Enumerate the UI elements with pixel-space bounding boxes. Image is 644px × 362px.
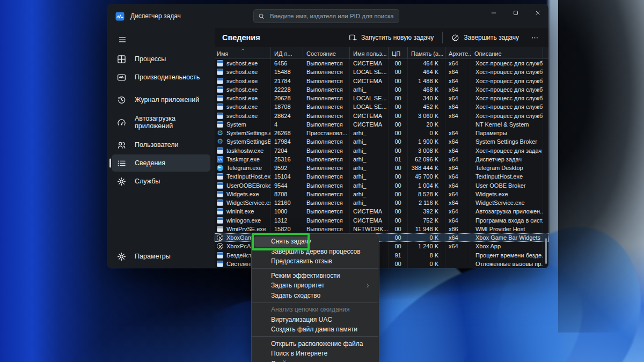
process-row[interactable]: Taskmgr.exe25316Выполняетсяarhi_0162 096…	[215, 155, 548, 164]
process-row[interactable]: TextInputHost.exe15104Выполняетсяarhi_00…	[215, 172, 548, 181]
context-menu-item-provide-feedback[interactable]: Предоставить отзыв	[254, 256, 376, 267]
context-menu-item-search-online[interactable]: Поиск в Интернете	[254, 349, 376, 359]
process-row[interactable]: UserOOBEBroker.exe9544Выполняетсяarhi_00…	[215, 181, 548, 190]
context-menu-item-uac-virtualization[interactable]: Виртуализация UAC	[254, 315, 376, 325]
search-input[interactable]	[269, 12, 394, 20]
process-cell: 0 K	[408, 260, 445, 268]
process-row[interactable]: WidgetService.exe12160Выполняетсяarhi_00…	[215, 198, 548, 207]
sidebar-item-users[interactable]: Пользователи	[112, 136, 210, 153]
process-row[interactable]: winlogon.exe1312ВыполняетсяСИСТЕМА00752 …	[215, 216, 548, 225]
process-row[interactable]: System4ВыполняетсяСИСТЕМА0020 KNT Kernel…	[215, 120, 548, 129]
process-cell: Xbox Game Bar Widgets	[471, 233, 543, 242]
process-cell: Выполняется	[303, 216, 350, 225]
sidebar-item-processes[interactable]: Процессы	[112, 50, 210, 68]
column-header-6[interactable]: Архите...	[445, 47, 471, 58]
process-name-cell: Taskmgr.exe	[215, 155, 271, 164]
process-cell: arhi_	[350, 129, 389, 137]
column-header-1[interactable]: ИД п...	[271, 47, 303, 58]
sidebar-item-label: Параметры	[135, 253, 171, 260]
process-cell: Выполняется	[303, 207, 350, 216]
process-row[interactable]: svchost.exe22228Выполняетсяarhi_00468 Kx…	[215, 85, 548, 94]
end-task-button[interactable]: Завершить задачу	[446, 31, 524, 45]
column-header-0[interactable]: Имя	[215, 47, 271, 58]
process-row[interactable]: WmiPrvSE.exe15820ВыполняетсяNETWORK...00…	[215, 225, 548, 233]
process-row[interactable]: SystemSettings.exe26268Приостановл...arh…	[215, 129, 548, 137]
run-new-task-button[interactable]: Запустить новую задачу	[343, 31, 439, 45]
process-cell: 7204	[271, 146, 303, 155]
process-cell: 00	[389, 129, 408, 137]
process-cell: 00	[389, 164, 408, 172]
context-menu-item-set-priority[interactable]: Задать приоритет	[254, 280, 376, 291]
process-row[interactable]: svchost.exe6456ВыполняетсяСИСТЕМА00464 K…	[215, 59, 548, 68]
process-row[interactable]: SystemSettingsBroke...17984Выполняетсяar…	[215, 137, 548, 146]
process-cell: 00	[389, 172, 408, 181]
search-box[interactable]	[253, 9, 399, 23]
process-cell: 00	[389, 146, 408, 155]
more-options-button[interactable]	[525, 31, 544, 45]
process-name-cell: winlogon.exe	[215, 216, 271, 225]
sidebar-item-label: Производительность	[135, 73, 200, 81]
process-cell: 00	[389, 233, 408, 242]
process-cell: Telegram Desktop	[471, 164, 543, 172]
process-name-cell: svchost.exe	[215, 112, 271, 120]
process-cell: Программа входа в сист...	[471, 216, 543, 225]
process-cell: Приостановл...	[303, 129, 350, 137]
process-name-cell: svchost.exe	[215, 85, 271, 94]
sidebar-item-performance[interactable]: Производительность	[112, 69, 210, 86]
process-cell: x64	[445, 146, 471, 155]
process-cell: 1312	[271, 216, 303, 225]
process-cell: 3 008 K	[408, 146, 445, 155]
process-cell: 00	[389, 77, 408, 85]
process-cell	[445, 260, 471, 268]
column-header-4[interactable]: ЦП	[389, 47, 408, 58]
minimize-button[interactable]	[482, 4, 504, 21]
process-row[interactable]: Widgets.exe8708Выполняетсяarhi_008 528 K…	[215, 190, 548, 198]
context-menu-item-efficiency-mode[interactable]: Режим эффективности	[254, 271, 376, 281]
menu-separator	[252, 268, 378, 269]
process-row[interactable]: svchost.exe15488ВыполняетсяLOCAL SE...00…	[215, 68, 548, 76]
process-row[interactable]: wininit.exe1000ВыполняетсяСИСТЕМА00392 K…	[215, 207, 548, 216]
sidebar-item-settings[interactable]: Параметры	[112, 248, 210, 265]
exe-process-icon	[217, 121, 223, 128]
process-cell: arhi_	[350, 190, 389, 198]
process-cell: 00	[389, 94, 408, 102]
close-button[interactable]	[526, 4, 548, 21]
process-cell: 20 K	[408, 120, 445, 129]
navigation-toggle-button[interactable]	[113, 31, 132, 48]
process-name-cell: svchost.exe	[215, 102, 271, 111]
maximize-button[interactable]	[504, 4, 526, 21]
titlebar[interactable]: Диспетчер задач	[107, 4, 548, 28]
process-row[interactable]: svchost.exe18708ВыполняетсяLOCAL SE...00…	[215, 102, 548, 111]
process-cell: Выполняется	[303, 94, 350, 102]
column-header-2[interactable]: Состояние	[303, 47, 350, 58]
context-menu-item-analyze-wait-chain[interactable]: Анализ цепочки ожидания	[254, 305, 376, 315]
process-row[interactable]: taskhostw.exe7204Выполняетсяarhi_003 008…	[215, 146, 548, 155]
column-header-5[interactable]: Память (а...	[408, 47, 445, 58]
vertical-scrollbar[interactable]	[545, 238, 547, 264]
exe-process-icon	[217, 173, 223, 180]
process-cell: x64	[445, 198, 471, 207]
process-row[interactable]: svchost.exe28624ВыполняетсяСИСТЕМА003 06…	[215, 112, 548, 120]
process-cell: x64	[445, 172, 471, 181]
context-menu-item-create-dump-file[interactable]: Создать файл дампа памяти	[254, 324, 376, 335]
process-cell: 388 444 K	[408, 164, 445, 172]
context-menu-item-set-affinity[interactable]: Задать сходство	[254, 291, 376, 301]
column-header-3[interactable]: Имя польз...	[350, 47, 389, 58]
context-menu-item-open-file-location[interactable]: Открыть расположение файла	[254, 339, 376, 349]
process-row[interactable]: svchost.exe21784ВыполняетсяСИСТЕМА001 48…	[215, 77, 548, 85]
process-cell: 15488	[271, 68, 303, 76]
xbox-process-icon	[217, 234, 223, 241]
process-cell: x64	[445, 164, 471, 172]
process-cell: 00	[389, 59, 408, 68]
exe-process-icon	[217, 191, 223, 197]
process-row[interactable]: Telegram.exe9592Выполняетсяarhi_00388 44…	[215, 164, 548, 172]
context-menu-item-properties[interactable]: Свойства	[254, 359, 376, 362]
sidebar-item-startup[interactable]: Автозагрузка приложений	[112, 109, 210, 135]
sidebar-item-history[interactable]: Журнал приложений	[112, 91, 210, 108]
sidebar-item-label: Журнал приложений	[135, 96, 199, 104]
process-row[interactable]: svchost.exe20628ВыполняетсяLOCAL SE...00…	[215, 94, 548, 102]
process-cell: Хост-процесс для служб...	[471, 112, 543, 120]
sidebar-item-details[interactable]: Сведения	[112, 154, 210, 172]
column-header-7[interactable]: Описание	[471, 47, 543, 58]
sidebar-item-services[interactable]: Службы	[112, 173, 210, 190]
